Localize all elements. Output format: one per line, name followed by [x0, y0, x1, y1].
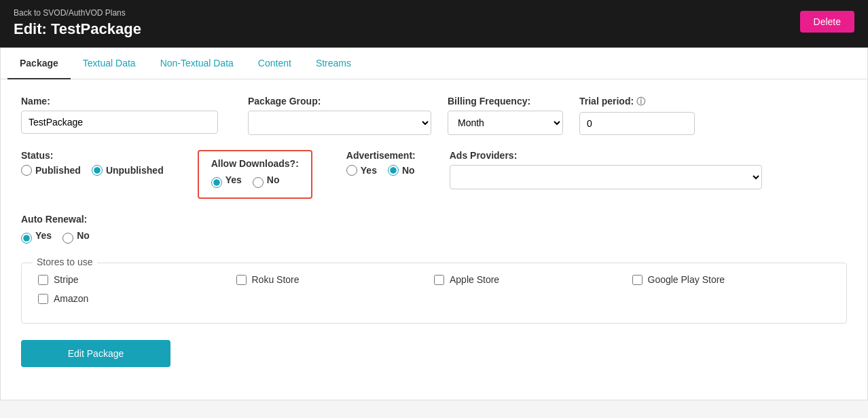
- tab-package[interactable]: Package: [7, 48, 71, 79]
- ads-providers-label: Ads Providers:: [450, 150, 847, 161]
- allow-yes-radio[interactable]: [211, 177, 222, 188]
- tab-bar: Package Textual Data Non-Textual Data Co…: [1, 48, 867, 79]
- allow-no-radio[interactable]: [253, 177, 264, 188]
- ad-no-radio[interactable]: [388, 165, 399, 176]
- auto-renewal-label: Auto Renewal:: [21, 214, 847, 225]
- page-title: Edit: TestPackage: [14, 20, 141, 38]
- allow-no-item[interactable]: No: [253, 174, 280, 191]
- row-name-billing: Name: Package Group: Billing Frequency: …: [21, 96, 847, 135]
- ads-providers-group: Ads Providers:: [450, 150, 847, 189]
- advertisement-label: Advertisement:: [346, 150, 416, 161]
- status-unpublished-label: Unpublished: [106, 165, 164, 176]
- auto-renewal-radio-group: Yes No: [21, 230, 847, 246]
- name-group: Name:: [21, 96, 218, 134]
- auto-yes-item[interactable]: Yes: [21, 230, 52, 246]
- allow-yes-item[interactable]: Yes: [211, 174, 242, 191]
- store-roku-label: Roku Store: [252, 274, 300, 285]
- store-item-stripe: Stripe: [38, 274, 236, 285]
- delete-button[interactable]: Delete: [800, 11, 854, 33]
- billing-frequency-select[interactable]: Month Year Week: [448, 111, 563, 135]
- ads-providers-select[interactable]: [450, 165, 762, 189]
- stores-title: Stores to use: [33, 256, 97, 267]
- stores-row-2: Amazon: [38, 293, 830, 304]
- auto-no-label: No: [77, 230, 90, 241]
- stores-section: Stores to use Stripe Roku Store Apple St…: [21, 263, 847, 324]
- status-unpublished-radio[interactable]: [92, 165, 103, 176]
- status-published-label: Published: [35, 165, 81, 176]
- status-published-item[interactable]: Published: [21, 165, 81, 176]
- allow-no-label: No: [267, 174, 280, 185]
- tab-textual-data[interactable]: Textual Data: [71, 48, 148, 79]
- status-radio-group: Published Unpublished: [21, 165, 164, 176]
- ad-yes-label: Yes: [361, 165, 377, 176]
- store-google-checkbox[interactable]: [632, 275, 643, 285]
- tab-non-textual-data[interactable]: Non-Textual Data: [148, 48, 246, 79]
- main-content: Package Textual Data Non-Textual Data Co…: [0, 48, 868, 400]
- status-unpublished-item[interactable]: Unpublished: [92, 165, 164, 176]
- store-item-amazon: Amazon: [38, 293, 236, 304]
- advertisement-group: Advertisement: Yes No: [346, 150, 416, 176]
- header: Back to SVOD/AuthVOD Plans Edit: TestPac…: [0, 0, 868, 48]
- ad-no-item[interactable]: No: [388, 165, 415, 176]
- trial-period-group: Trial period: ⓘ: [579, 96, 695, 135]
- package-group-select[interactable]: [248, 111, 431, 135]
- store-amazon-checkbox[interactable]: [38, 294, 48, 304]
- trial-period-help-icon: ⓘ: [636, 96, 645, 107]
- edit-package-button[interactable]: Edit Package: [21, 340, 170, 367]
- ad-yes-item[interactable]: Yes: [346, 165, 377, 176]
- store-apple-label: Apple Store: [450, 274, 499, 285]
- allow-downloads-radio-group: Yes No: [211, 174, 299, 191]
- auto-yes-label: Yes: [35, 230, 52, 241]
- allow-downloads-label: Allow Downloads?:: [211, 158, 299, 169]
- allow-downloads-box: Allow Downloads?: Yes No: [198, 150, 312, 199]
- store-stripe-checkbox[interactable]: [38, 275, 48, 285]
- package-group-label: Package Group:: [248, 96, 431, 107]
- auto-no-item[interactable]: No: [62, 230, 90, 246]
- store-item-google: Google Play Store: [632, 274, 831, 285]
- store-roku-checkbox[interactable]: [236, 275, 247, 285]
- name-label: Name:: [21, 96, 218, 107]
- tab-content[interactable]: Content: [246, 48, 304, 79]
- billing-frequency-group: Billing Frequency: Month Year Week: [448, 96, 563, 135]
- package-group-group: Package Group:: [248, 96, 431, 135]
- store-stripe-label: Stripe: [54, 274, 79, 285]
- status-group: Status: Published Unpublished: [21, 150, 164, 176]
- allow-yes-label: Yes: [225, 174, 242, 185]
- trial-period-input[interactable]: [579, 112, 695, 135]
- ad-yes-radio[interactable]: [346, 165, 357, 176]
- name-input[interactable]: [21, 111, 218, 134]
- store-item-roku: Roku Store: [236, 274, 435, 285]
- auto-no-radio[interactable]: [62, 233, 73, 244]
- store-item-apple: Apple Store: [434, 274, 632, 285]
- status-published-radio[interactable]: [21, 165, 32, 176]
- advertisement-radio-group: Yes No: [346, 165, 416, 176]
- back-link[interactable]: Back to SVOD/AuthVOD Plans: [14, 8, 141, 18]
- ad-no-label: No: [402, 165, 415, 176]
- form-area: Name: Package Group: Billing Frequency: …: [1, 79, 867, 383]
- status-label: Status:: [21, 150, 164, 161]
- trial-period-label: Trial period: ⓘ: [579, 96, 695, 108]
- store-apple-checkbox[interactable]: [434, 275, 444, 285]
- auto-yes-radio[interactable]: [21, 233, 32, 244]
- stores-row-1: Stripe Roku Store Apple Store Google Pla…: [38, 274, 830, 285]
- store-amazon-label: Amazon: [54, 293, 88, 304]
- store-google-label: Google Play Store: [648, 274, 725, 285]
- billing-frequency-label: Billing Frequency:: [448, 96, 563, 107]
- auto-renewal-group: Auto Renewal: Yes No: [21, 214, 847, 246]
- status-row: Status: Published Unpublished Allow Down…: [21, 150, 847, 199]
- tab-streams[interactable]: Streams: [304, 48, 363, 79]
